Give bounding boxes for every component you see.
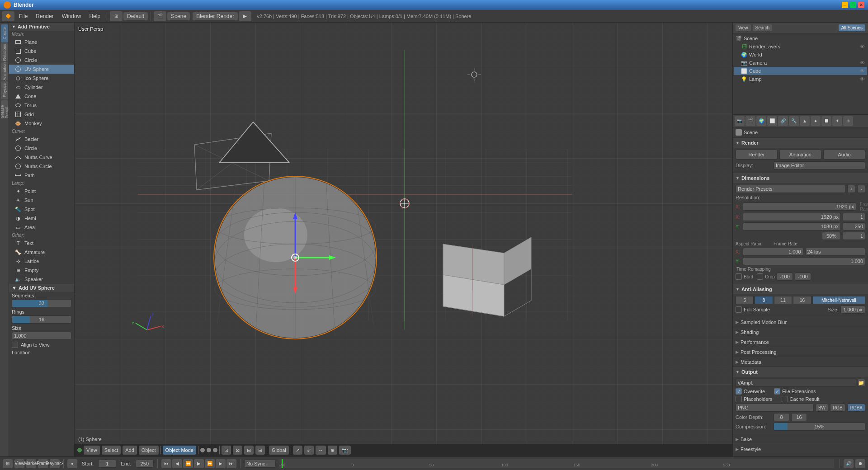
- viewport-object-btn[interactable]: Object: [139, 446, 159, 455]
- timeline-marker-btn[interactable]: Marker: [26, 459, 36, 468]
- mesh-monkey[interactable]: 🐵 Monkey: [9, 119, 74, 128]
- prop-world-icon[interactable]: 🌍: [756, 116, 766, 126]
- viewport-icon8[interactable]: ⊕: [328, 446, 337, 455]
- rgb-btn[interactable]: RGB: [830, 404, 845, 412]
- outliner-cube[interactable]: ⬜ Cube 👁: [734, 67, 867, 75]
- preset-remove-btn[interactable]: -: [857, 185, 865, 193]
- overwrite-cb[interactable]: ✓ Overwrite: [736, 388, 765, 395]
- mesh-grid[interactable]: Grid: [9, 110, 74, 119]
- end-input[interactable]: 250: [136, 460, 154, 468]
- viewport-icon3[interactable]: ⊟: [244, 446, 254, 455]
- animation-button[interactable]: Animation: [779, 150, 821, 160]
- other-speaker[interactable]: 🔈 Speaker: [9, 275, 74, 284]
- audio-button[interactable]: Audio: [823, 150, 865, 160]
- placeholders-cb[interactable]: Placeholders: [736, 396, 773, 402]
- blender-menu-icon[interactable]: 🔶: [2, 11, 14, 21]
- prop-data-icon[interactable]: ▲: [800, 116, 810, 126]
- cache-result-checkbox[interactable]: [782, 396, 788, 402]
- curve-nurbs-circle[interactable]: Nurbs Circle: [9, 162, 74, 171]
- tab-relations[interactable]: Relations: [1, 43, 8, 61]
- mesh-torus[interactable]: Torus: [9, 101, 74, 110]
- outliner-view-btn[interactable]: View: [736, 24, 751, 31]
- outliner-lamp[interactable]: 💡 Lamp 👁: [734, 75, 867, 83]
- help-menu[interactable]: Help: [85, 12, 104, 20]
- cache-result-cb[interactable]: Cache Result: [782, 396, 820, 402]
- start-frame-input[interactable]: 1: [843, 213, 865, 221]
- percent-input[interactable]: 50%: [822, 232, 841, 240]
- output-path-browse[interactable]: 📁: [857, 379, 865, 387]
- prop-constraint-icon[interactable]: 🔗: [778, 116, 788, 126]
- aa-5-btn[interactable]: 5: [736, 296, 754, 304]
- prev-frame-btn[interactable]: ◀: [172, 459, 182, 468]
- screen-selector[interactable]: Default: [123, 12, 148, 20]
- viewport-view-btn[interactable]: View: [84, 446, 100, 455]
- prev-keyframe-btn[interactable]: ⏪: [183, 459, 193, 468]
- res-x-val[interactable]: 1920 px: [743, 213, 841, 221]
- viewport-icon7[interactable]: ↔: [316, 446, 326, 455]
- prop-modifier-icon[interactable]: 🔧: [789, 116, 799, 126]
- file-menu[interactable]: File: [15, 12, 31, 20]
- timeline-rec-btn[interactable]: ⏺: [855, 459, 865, 468]
- align-checkbox[interactable]: [12, 342, 18, 348]
- viewport-icon6[interactable]: ↙: [304, 446, 314, 455]
- frame-step-input[interactable]: 1: [843, 232, 865, 240]
- mesh-cube[interactable]: Cube: [9, 47, 74, 56]
- engine-icon[interactable]: ▶: [239, 11, 251, 21]
- prop-physics-icon[interactable]: ⚛: [843, 116, 853, 126]
- size-input[interactable]: 1.000: [12, 332, 71, 340]
- placeholders-checkbox[interactable]: [736, 396, 742, 402]
- viewport-add-btn[interactable]: Add: [123, 446, 137, 455]
- next-frame-btn[interactable]: ▶: [216, 459, 226, 468]
- tab-physics[interactable]: Physics: [1, 81, 8, 99]
- jump-end-btn[interactable]: ⏭: [226, 459, 236, 468]
- viewport-3d[interactable]: User Persp: [75, 23, 732, 456]
- rings-slider[interactable]: 16: [12, 315, 71, 324]
- scene-icon-btn[interactable]: 🎬: [154, 11, 166, 21]
- scene-selector[interactable]: Scene: [167, 12, 190, 20]
- lamp-hemi[interactable]: ◑ Hemi: [9, 214, 74, 223]
- timeline-view-btn[interactable]: View: [14, 459, 24, 468]
- viewport-icon1[interactable]: ⊡: [222, 446, 231, 455]
- viewport-icon4[interactable]: ⊞: [255, 446, 265, 455]
- mesh-plane[interactable]: Plane: [9, 38, 74, 47]
- outliner-search-btn[interactable]: Search: [753, 24, 773, 31]
- align-to-view-row[interactable]: Align to View: [9, 341, 74, 349]
- crop-checkbox[interactable]: [757, 273, 763, 280]
- close-button[interactable]: ✕: [858, 2, 864, 8]
- mesh-uvsphere[interactable]: UV Sphere: [9, 65, 74, 74]
- minimize-button[interactable]: ─: [842, 2, 848, 8]
- mesh-cylinder[interactable]: ⬭ Cylinder: [9, 83, 74, 92]
- window-menu[interactable]: Window: [58, 12, 85, 20]
- render-presets-btn[interactable]: Render Presets: [736, 185, 845, 193]
- preset-add-btn[interactable]: +: [847, 185, 855, 193]
- size-val[interactable]: 1.000 px: [840, 306, 865, 314]
- prop-material-icon[interactable]: ●: [811, 116, 821, 126]
- tab-animation[interactable]: Animation: [1, 62, 8, 80]
- output-header[interactable]: ▼ Output: [733, 367, 868, 377]
- sync-selector[interactable]: No Sync: [244, 460, 276, 468]
- viewport-icon5[interactable]: ↗: [293, 446, 302, 455]
- lamp-point[interactable]: ✦ Point: [9, 187, 74, 196]
- metadata-header[interactable]: ▶ Metadata: [733, 357, 868, 367]
- other-empty[interactable]: ⊕ Empty: [9, 266, 74, 275]
- neg-val2[interactable]: -100: [795, 273, 811, 281]
- 3d-cursor[interactable]: [400, 199, 409, 208]
- bw-btn[interactable]: BW: [816, 404, 828, 412]
- outliner-world[interactable]: 🌍 World: [734, 51, 867, 59]
- lamp-sun[interactable]: ☀ Sun: [9, 196, 74, 205]
- file-ext-cb[interactable]: ✓ File Extensions: [774, 388, 816, 395]
- res-x-input[interactable]: 1920 px: [743, 202, 856, 211]
- full-sample-cb[interactable]: [736, 306, 742, 313]
- tab-create[interactable]: Create: [1, 24, 8, 42]
- viewport-icon9[interactable]: 📷: [339, 446, 351, 455]
- fps-select[interactable]: 24 fps: [805, 248, 866, 256]
- add-primitive-header[interactable]: ▼ Add Primitive: [9, 23, 74, 31]
- motion-blur-section[interactable]: ▶ Sampled Motion Blur: [733, 317, 868, 327]
- res-y-val[interactable]: 1080 px: [743, 222, 841, 230]
- aa-header[interactable]: ▼ Anti-Aliasing: [733, 284, 868, 294]
- end-frame-input[interactable]: 250: [843, 222, 865, 230]
- performance-header[interactable]: ▶ Performance: [733, 337, 868, 347]
- lamp-eye[interactable]: 👁: [859, 76, 865, 82]
- dimensions-header[interactable]: ▼ Dimensions: [733, 173, 868, 183]
- outliner-all-scenes-btn[interactable]: All Scenes: [839, 24, 865, 31]
